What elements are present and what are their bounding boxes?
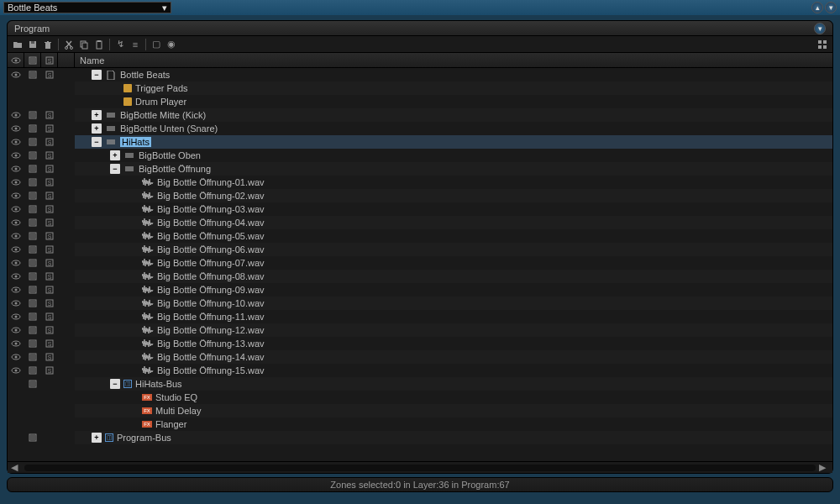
tree-row[interactable]: SBig Bottle Öffnung-15.wav xyxy=(8,364,832,377)
solo-toggle[interactable]: S xyxy=(41,162,58,176)
visibility-toggle[interactable] xyxy=(8,202,24,216)
visibility-toggle[interactable] xyxy=(8,270,24,283)
row-content[interactable]: +BigBottle Unten (Snare) xyxy=(75,122,832,135)
solo-toggle[interactable]: S xyxy=(41,122,58,135)
mute-toggle[interactable] xyxy=(24,202,41,216)
row-content[interactable]: −BigBottle Öffnung xyxy=(75,162,832,176)
row-content[interactable]: Drum Player xyxy=(75,95,832,108)
row-content[interactable]: Big Bottle Öffnung-14.wav xyxy=(75,350,832,364)
row-content[interactable]: FXFlanger xyxy=(75,417,832,431)
mute-toggle[interactable] xyxy=(24,108,41,122)
scroll-track[interactable] xyxy=(24,465,816,471)
preset-select[interactable]: Bottle Beats ▾ xyxy=(3,2,171,13)
mute-toggle[interactable] xyxy=(24,189,41,202)
blank-cell[interactable] xyxy=(58,202,75,216)
blank-cell[interactable] xyxy=(58,337,75,350)
tree-row[interactable]: −◫HiHats-Bus xyxy=(8,377,832,391)
row-content[interactable]: FXMulti Delay xyxy=(75,404,832,417)
solo-toggle[interactable]: S xyxy=(41,202,58,216)
solo-toggle[interactable]: S xyxy=(41,135,58,149)
blank-cell[interactable] xyxy=(58,135,75,149)
visibility-toggle[interactable] xyxy=(8,391,24,404)
tree-row[interactable]: SBig Bottle Öffnung-02.wav xyxy=(8,189,832,202)
tree-row[interactable]: S−Bottle Beats xyxy=(8,68,832,81)
blank-cell[interactable] xyxy=(58,256,75,270)
row-content[interactable]: +◫Program-Bus xyxy=(75,431,832,444)
row-content[interactable]: Big Bottle Öffnung-07.wav xyxy=(75,256,832,270)
visibility-toggle[interactable] xyxy=(8,135,24,149)
blank-cell[interactable] xyxy=(58,81,75,95)
solo-column-icon[interactable]: S xyxy=(41,53,58,67)
visibility-toggle[interactable] xyxy=(8,310,24,323)
mute-toggle[interactable] xyxy=(24,350,41,364)
expand-toggle[interactable]: − xyxy=(92,70,102,80)
copy-button[interactable] xyxy=(77,38,91,51)
program-tree[interactable]: S−Bottle BeatsTrigger PadsDrum PlayerS+B… xyxy=(8,68,832,461)
visibility-toggle[interactable] xyxy=(8,68,24,81)
blank-cell[interactable] xyxy=(58,364,75,377)
tree-row[interactable]: FXFlanger xyxy=(8,417,832,431)
row-content[interactable]: −HiHats xyxy=(75,135,832,149)
solo-toggle[interactable]: S xyxy=(41,270,58,283)
solo-toggle[interactable] xyxy=(41,417,58,431)
mute-toggle[interactable] xyxy=(24,68,41,81)
scroll-left-arrow-icon[interactable]: ◀ xyxy=(11,462,21,473)
mute-toggle[interactable] xyxy=(24,95,41,108)
solo-toggle[interactable]: S xyxy=(41,364,58,377)
row-content[interactable]: Big Bottle Öffnung-05.wav xyxy=(75,229,832,243)
blank-cell[interactable] xyxy=(58,404,75,417)
tree-row[interactable]: SBig Bottle Öffnung-08.wav xyxy=(8,270,832,283)
scroll-right-arrow-icon[interactable]: ▶ xyxy=(819,462,829,473)
expand-toggle[interactable]: − xyxy=(92,137,102,147)
mute-toggle[interactable] xyxy=(24,431,41,444)
tool-c-button[interactable]: ▢ xyxy=(150,38,163,51)
solo-toggle[interactable]: S xyxy=(41,108,58,122)
visibility-toggle[interactable] xyxy=(8,297,24,310)
blank-cell[interactable] xyxy=(58,417,75,431)
visibility-toggle[interactable] xyxy=(8,377,24,391)
blank-cell[interactable] xyxy=(58,270,75,283)
visibility-toggle[interactable] xyxy=(8,417,24,431)
solo-toggle[interactable]: S xyxy=(41,189,58,202)
solo-toggle[interactable] xyxy=(41,391,58,404)
mute-toggle[interactable] xyxy=(24,229,41,243)
expand-toggle[interactable]: + xyxy=(92,123,102,134)
mute-toggle[interactable] xyxy=(24,297,41,310)
row-content[interactable]: Big Bottle Öffnung-04.wav xyxy=(75,216,832,229)
tree-row[interactable]: SBig Bottle Öffnung-03.wav xyxy=(8,202,832,216)
visibility-toggle[interactable] xyxy=(8,162,24,176)
row-content[interactable]: Trigger Pads xyxy=(75,81,832,95)
visibility-column-icon[interactable] xyxy=(8,53,24,67)
visibility-toggle[interactable] xyxy=(8,149,24,162)
blank-cell[interactable] xyxy=(58,350,75,364)
solo-toggle[interactable]: S xyxy=(41,149,58,162)
solo-toggle[interactable] xyxy=(41,377,58,391)
blank-cell[interactable] xyxy=(58,176,75,189)
blank-cell[interactable] xyxy=(58,149,75,162)
horizontal-scrollbar[interactable]: ◀ ▶ xyxy=(8,461,832,473)
row-content[interactable]: Big Bottle Öffnung-13.wav xyxy=(75,337,832,350)
row-content[interactable]: +BigBottle Oben xyxy=(75,149,832,162)
mute-toggle[interactable] xyxy=(24,162,41,176)
cut-button[interactable] xyxy=(62,38,76,51)
expand-toggle[interactable]: − xyxy=(110,379,120,389)
visibility-toggle[interactable] xyxy=(8,323,24,337)
solo-toggle[interactable]: S xyxy=(41,310,58,323)
solo-toggle[interactable] xyxy=(41,404,58,417)
solo-toggle[interactable]: S xyxy=(41,229,58,243)
mute-column-icon[interactable] xyxy=(24,53,41,67)
row-content[interactable]: Big Bottle Öffnung-06.wav xyxy=(75,243,832,256)
mute-toggle[interactable] xyxy=(24,122,41,135)
mute-toggle[interactable] xyxy=(24,243,41,256)
row-content[interactable]: Big Bottle Öffnung-01.wav xyxy=(75,176,832,189)
expand-toggle[interactable]: − xyxy=(110,164,120,174)
blank-cell[interactable] xyxy=(58,229,75,243)
row-content[interactable]: Big Bottle Öffnung-02.wav xyxy=(75,189,832,202)
expand-toggle[interactable]: + xyxy=(110,150,120,160)
visibility-toggle[interactable] xyxy=(8,243,24,256)
expand-toggle[interactable]: + xyxy=(92,110,102,120)
visibility-toggle[interactable] xyxy=(8,337,24,350)
tree-row[interactable]: S−BigBottle Öffnung xyxy=(8,162,832,176)
solo-toggle[interactable] xyxy=(41,431,58,444)
visibility-toggle[interactable] xyxy=(8,122,24,135)
